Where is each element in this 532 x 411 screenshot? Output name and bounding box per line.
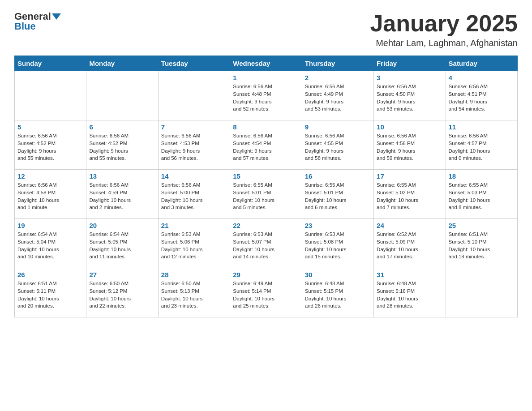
- calendar-cell: 1Sunrise: 6:56 AM Sunset: 4:48 PM Daylig…: [230, 71, 302, 120]
- page-header: General Blue January 2025 Mehtar Lam, La…: [14, 11, 518, 48]
- calendar-cell: [15, 71, 86, 120]
- day-info: Sunrise: 6:55 AM Sunset: 5:01 PM Dayligh…: [305, 181, 371, 211]
- day-info: Sunrise: 6:55 AM Sunset: 5:01 PM Dayligh…: [233, 181, 299, 211]
- day-info: Sunrise: 6:50 AM Sunset: 5:12 PM Dayligh…: [89, 280, 155, 310]
- calendar-cell: 10Sunrise: 6:56 AM Sunset: 4:56 PM Dayli…: [374, 120, 446, 170]
- calendar-cell: 4Sunrise: 6:56 AM Sunset: 4:51 PM Daylig…: [446, 71, 517, 120]
- day-number: 10: [377, 123, 442, 131]
- day-number: 24: [377, 222, 442, 229]
- calendar-cell: 7Sunrise: 6:56 AM Sunset: 4:53 PM Daylig…: [158, 120, 230, 170]
- day-info: Sunrise: 6:56 AM Sunset: 4:50 PM Dayligh…: [377, 83, 442, 113]
- calendar-cell: 17Sunrise: 6:55 AM Sunset: 5:02 PM Dayli…: [374, 170, 446, 219]
- calendar-cell: 21Sunrise: 6:53 AM Sunset: 5:06 PM Dayli…: [158, 219, 230, 268]
- calendar-week-row: 19Sunrise: 6:54 AM Sunset: 5:04 PM Dayli…: [15, 219, 518, 268]
- day-info: Sunrise: 6:51 AM Sunset: 5:11 PM Dayligh…: [17, 280, 83, 310]
- calendar-week-row: 12Sunrise: 6:56 AM Sunset: 4:58 PM Dayli…: [15, 170, 518, 219]
- day-info: Sunrise: 6:56 AM Sunset: 4:54 PM Dayligh…: [233, 132, 299, 162]
- day-number: 13: [89, 172, 155, 180]
- calendar-week-row: 1Sunrise: 6:56 AM Sunset: 4:48 PM Daylig…: [15, 71, 518, 120]
- calendar-cell: 18Sunrise: 6:55 AM Sunset: 5:03 PM Dayli…: [446, 170, 517, 219]
- calendar-cell: 6Sunrise: 6:56 AM Sunset: 4:52 PM Daylig…: [86, 120, 158, 170]
- calendar-cell: 31Sunrise: 6:48 AM Sunset: 5:16 PM Dayli…: [374, 268, 446, 317]
- day-number: 14: [161, 172, 227, 180]
- day-number: 2: [305, 74, 371, 81]
- day-info: Sunrise: 6:56 AM Sunset: 4:58 PM Dayligh…: [17, 181, 83, 211]
- days-header-row: Sunday Monday Tuesday Wednesday Thursday…: [15, 56, 518, 71]
- day-number: 11: [449, 123, 515, 131]
- calendar-week-row: 5Sunrise: 6:56 AM Sunset: 4:52 PM Daylig…: [15, 120, 518, 170]
- calendar-week-row: 26Sunrise: 6:51 AM Sunset: 5:11 PM Dayli…: [15, 268, 518, 317]
- day-info: Sunrise: 6:56 AM Sunset: 4:52 PM Dayligh…: [17, 132, 83, 162]
- calendar-table: Sunday Monday Tuesday Wednesday Thursday…: [14, 56, 518, 317]
- calendar-cell: 27Sunrise: 6:50 AM Sunset: 5:12 PM Dayli…: [86, 268, 158, 317]
- day-number: 17: [377, 172, 442, 180]
- day-info: Sunrise: 6:56 AM Sunset: 4:52 PM Dayligh…: [89, 132, 155, 162]
- day-number: 4: [449, 74, 515, 81]
- location: Mehtar Lam, Laghman, Afghanistan: [370, 38, 518, 48]
- day-number: 16: [305, 172, 371, 180]
- calendar-cell: 28Sunrise: 6:50 AM Sunset: 5:13 PM Dayli…: [158, 268, 230, 317]
- day-info: Sunrise: 6:56 AM Sunset: 4:51 PM Dayligh…: [449, 83, 515, 113]
- calendar-cell: 20Sunrise: 6:54 AM Sunset: 5:05 PM Dayli…: [86, 219, 158, 268]
- calendar-cell: [86, 71, 158, 120]
- header-wednesday: Wednesday: [230, 56, 302, 71]
- day-number: 29: [233, 271, 299, 278]
- day-number: 26: [17, 271, 83, 278]
- logo-blue-text: Blue: [14, 21, 36, 32]
- day-number: 22: [233, 222, 299, 229]
- day-number: 23: [305, 222, 371, 229]
- header-sunday: Sunday: [15, 56, 86, 71]
- day-number: 15: [233, 172, 299, 180]
- day-info: Sunrise: 6:54 AM Sunset: 5:05 PM Dayligh…: [89, 231, 155, 261]
- day-info: Sunrise: 6:50 AM Sunset: 5:13 PM Dayligh…: [161, 280, 227, 310]
- calendar-title: January 2025: [370, 11, 518, 36]
- day-info: Sunrise: 6:56 AM Sunset: 4:53 PM Dayligh…: [161, 132, 227, 162]
- day-number: 3: [377, 74, 442, 81]
- day-number: 6: [89, 123, 155, 131]
- day-info: Sunrise: 6:48 AM Sunset: 5:15 PM Dayligh…: [305, 280, 371, 310]
- calendar-cell: 19Sunrise: 6:54 AM Sunset: 5:04 PM Dayli…: [15, 219, 86, 268]
- day-info: Sunrise: 6:53 AM Sunset: 5:06 PM Dayligh…: [161, 231, 227, 261]
- day-info: Sunrise: 6:56 AM Sunset: 4:49 PM Dayligh…: [305, 83, 371, 113]
- day-info: Sunrise: 6:51 AM Sunset: 5:10 PM Dayligh…: [449, 231, 515, 261]
- calendar-cell: 25Sunrise: 6:51 AM Sunset: 5:10 PM Dayli…: [446, 219, 517, 268]
- header-saturday: Saturday: [446, 56, 517, 71]
- header-monday: Monday: [86, 56, 158, 71]
- calendar-cell: 29Sunrise: 6:49 AM Sunset: 5:14 PM Dayli…: [230, 268, 302, 317]
- calendar-cell: 2Sunrise: 6:56 AM Sunset: 4:49 PM Daylig…: [302, 71, 373, 120]
- day-info: Sunrise: 6:52 AM Sunset: 5:09 PM Dayligh…: [377, 231, 442, 261]
- calendar-cell: [446, 268, 517, 317]
- header-thursday: Thursday: [302, 56, 373, 71]
- calendar-cell: 15Sunrise: 6:55 AM Sunset: 5:01 PM Dayli…: [230, 170, 302, 219]
- calendar-cell: 24Sunrise: 6:52 AM Sunset: 5:09 PM Dayli…: [374, 219, 446, 268]
- day-number: 20: [89, 222, 155, 229]
- day-number: 21: [161, 222, 227, 229]
- day-number: 5: [17, 123, 83, 131]
- day-number: 9: [305, 123, 371, 131]
- calendar-cell: 13Sunrise: 6:56 AM Sunset: 4:59 PM Dayli…: [86, 170, 158, 219]
- day-number: 27: [89, 271, 155, 278]
- day-info: Sunrise: 6:56 AM Sunset: 4:57 PM Dayligh…: [449, 132, 515, 162]
- calendar-cell: 3Sunrise: 6:56 AM Sunset: 4:50 PM Daylig…: [374, 71, 446, 120]
- day-number: 12: [17, 172, 83, 180]
- day-number: 25: [449, 222, 515, 229]
- day-info: Sunrise: 6:55 AM Sunset: 5:03 PM Dayligh…: [449, 181, 515, 211]
- calendar-cell: [158, 71, 230, 120]
- day-info: Sunrise: 6:53 AM Sunset: 5:07 PM Dayligh…: [233, 231, 299, 261]
- day-info: Sunrise: 6:56 AM Sunset: 4:56 PM Dayligh…: [377, 132, 442, 162]
- day-info: Sunrise: 6:49 AM Sunset: 5:14 PM Dayligh…: [233, 280, 299, 310]
- calendar-cell: 5Sunrise: 6:56 AM Sunset: 4:52 PM Daylig…: [15, 120, 86, 170]
- calendar-cell: 9Sunrise: 6:56 AM Sunset: 4:55 PM Daylig…: [302, 120, 373, 170]
- day-number: 7: [161, 123, 227, 131]
- calendar-cell: 11Sunrise: 6:56 AM Sunset: 4:57 PM Dayli…: [446, 120, 517, 170]
- calendar-cell: 12Sunrise: 6:56 AM Sunset: 4:58 PM Dayli…: [15, 170, 86, 219]
- logo-triangle-icon: [52, 13, 61, 20]
- calendar-cell: 22Sunrise: 6:53 AM Sunset: 5:07 PM Dayli…: [230, 219, 302, 268]
- calendar-cell: 30Sunrise: 6:48 AM Sunset: 5:15 PM Dayli…: [302, 268, 373, 317]
- day-number: 1: [233, 74, 299, 81]
- header-tuesday: Tuesday: [158, 56, 230, 71]
- day-info: Sunrise: 6:56 AM Sunset: 4:55 PM Dayligh…: [305, 132, 371, 162]
- day-number: 19: [17, 222, 83, 229]
- day-info: Sunrise: 6:55 AM Sunset: 5:02 PM Dayligh…: [377, 181, 442, 211]
- day-info: Sunrise: 6:56 AM Sunset: 4:59 PM Dayligh…: [89, 181, 155, 211]
